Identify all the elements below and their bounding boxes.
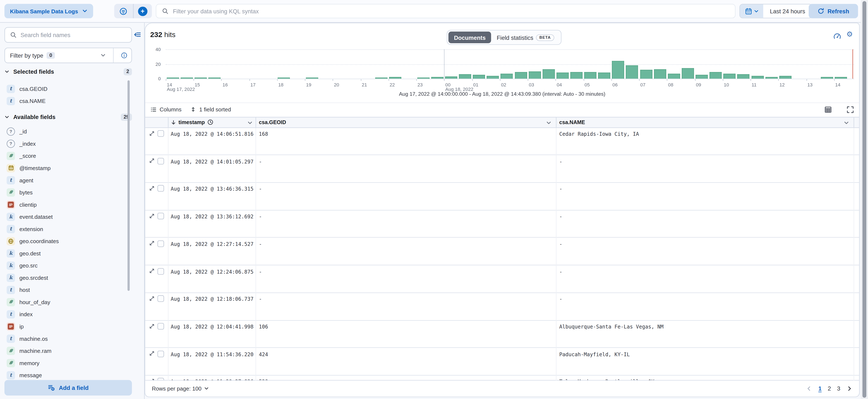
available-fields-list: ?_id?_index#_score@timestamptagent#bytes…: [0, 125, 135, 381]
saved-query-menu-button[interactable]: [114, 4, 133, 18]
collapse-sidebar-button[interactable]: [133, 30, 142, 39]
field-item-geo.srcdest[interactable]: kgeo.srcdest: [0, 271, 135, 284]
field-item-clientip[interactable]: IPclientip: [0, 198, 135, 210]
x-axis-label: 16: [222, 82, 228, 87]
geoid-column-menu-chevron[interactable]: [546, 120, 551, 126]
column-header-name[interactable]: csa.NAME: [559, 118, 585, 127]
field-item-geo.dest[interactable]: kgeo.dest: [0, 247, 135, 260]
info-icon[interactable]: [121, 52, 127, 59]
field-item-ip[interactable]: IPip: [0, 320, 135, 333]
field-item-extension[interactable]: textension: [0, 223, 135, 235]
field-item-geo.coordinates[interactable]: geo.coordinates: [0, 235, 135, 247]
field-item-bytes[interactable]: #bytes: [0, 186, 135, 198]
field-search-input[interactable]: Search field names: [4, 27, 132, 42]
histogram-bar: [626, 65, 638, 78]
expand-document-button[interactable]: [149, 186, 155, 191]
sort-fields-button[interactable]: 1 field sorted: [190, 106, 231, 112]
name-column-menu-chevron[interactable]: [844, 120, 849, 126]
date-picker-menu-button[interactable]: [740, 4, 763, 18]
columns-button[interactable]: Columns: [150, 106, 182, 113]
field-item-_index[interactable]: ?_index: [0, 137, 135, 150]
add-filter-button[interactable]: +: [133, 4, 152, 18]
tab-field-statistics[interactable]: Field statistics BETA: [491, 32, 560, 43]
page-2-button[interactable]: 2: [828, 385, 831, 392]
histogram-bar: [612, 61, 624, 78]
plus-icon: +: [138, 6, 147, 16]
kql-search-bar[interactable]: Filter your data using KQL syntax: [156, 4, 736, 18]
field-name: host: [20, 287, 30, 293]
refresh-icon: [817, 8, 824, 14]
chart-options-gear-icon[interactable]: ⚙: [846, 31, 853, 38]
data-grid-toolbar: Columns 1 field sorted: [145, 102, 859, 116]
tab-documents[interactable]: Documents: [448, 32, 491, 43]
add-field-button[interactable]: Add a field: [4, 380, 132, 395]
available-fields-section-header[interactable]: Available fields 29: [4, 112, 132, 121]
expand-document-button[interactable]: [149, 351, 155, 356]
select-row-checkbox[interactable]: [157, 240, 164, 247]
search-icon: [162, 8, 168, 14]
selected-fields-section-header[interactable]: Selected fields 2: [4, 67, 132, 76]
field-item-csa.GEOID[interactable]: tcsa.GEOID: [0, 82, 135, 95]
expand-document-button[interactable]: [149, 158, 155, 164]
select-row-checkbox[interactable]: [157, 295, 164, 302]
filter-by-type-label: Filter by type: [10, 52, 43, 59]
field-item-index[interactable]: tindex: [0, 308, 135, 320]
display-options-button[interactable]: [824, 105, 832, 113]
text-field-type-icon: t: [6, 286, 15, 294]
field-item-machine.ram[interactable]: #machine.ram: [0, 344, 135, 357]
x-axis-tick: [806, 79, 807, 81]
fullscreen-button[interactable]: [846, 105, 854, 113]
data-grid-header: timestamp csa.GEOID csa.NAME: [145, 117, 859, 128]
field-item-_id[interactable]: ?_id: [0, 125, 135, 137]
histogram-plot[interactable]: [166, 49, 854, 79]
expand-document-button[interactable]: [149, 130, 155, 136]
expand-document-button[interactable]: [149, 213, 155, 219]
page-scrollbar[interactable]: [861, 0, 868, 399]
field-item-machine.os[interactable]: tmachine.os: [0, 332, 135, 344]
column-header-geoid[interactable]: csa.GEOID: [259, 118, 286, 127]
field-item-@timestamp[interactable]: @timestamp: [0, 162, 135, 174]
x-axis-tick: [751, 79, 751, 81]
field-item-_score[interactable]: #_score: [0, 149, 135, 162]
column-header-timestamp[interactable]: timestamp: [171, 118, 213, 127]
select-row-checkbox[interactable]: [157, 158, 164, 164]
rows-per-page-select[interactable]: Rows per page: 100: [152, 385, 209, 391]
field-name: machine.ram: [20, 347, 52, 354]
previous-page-button[interactable]: [806, 385, 812, 391]
inspect-button[interactable]: [833, 32, 841, 40]
field-item-message[interactable]: tmessage: [0, 369, 135, 381]
field-item-memory[interactable]: #memory: [0, 357, 135, 369]
select-row-checkbox[interactable]: [157, 323, 164, 330]
expand-document-button[interactable]: [149, 296, 155, 301]
page-3-button[interactable]: 3: [837, 385, 840, 392]
field-item-agent[interactable]: tagent: [0, 174, 135, 186]
sidebar-scrollbar[interactable]: [128, 80, 130, 291]
field-item-event.dataset[interactable]: kevent.dataset: [0, 210, 135, 223]
data-view-picker[interactable]: Kibana Sample Data Logs: [4, 4, 93, 18]
filter-by-type-select[interactable]: Filter by type 0: [4, 48, 132, 63]
expand-document-button[interactable]: [149, 268, 155, 274]
time-range-display[interactable]: Last 24 hours: [763, 4, 812, 18]
page-scrollbar-thumb[interactable]: [863, 1, 866, 398]
field-item-host[interactable]: thost: [0, 284, 135, 296]
page-1-button[interactable]: 1: [818, 385, 822, 392]
field-item-geo.src[interactable]: kgeo.src: [0, 259, 135, 271]
timestamp-column-menu-chevron[interactable]: [247, 120, 253, 126]
field-item-csa.NAME[interactable]: tcsa.NAME: [0, 95, 135, 107]
cell-csa-name: -: [559, 186, 562, 192]
field-name: clientip: [20, 201, 37, 207]
x-axis-label: 02: [501, 82, 506, 87]
expand-document-button[interactable]: [149, 241, 155, 246]
expand-document-button[interactable]: [149, 323, 155, 329]
select-row-checkbox[interactable]: [157, 130, 164, 137]
next-page-button[interactable]: [846, 385, 852, 391]
select-row-checkbox[interactable]: [157, 213, 164, 220]
select-row-checkbox[interactable]: [157, 185, 164, 192]
text-field-type-icon: t: [6, 85, 15, 93]
column-header-name-label: csa.NAME: [559, 119, 585, 125]
field-item-hour_of_day[interactable]: #hour_of_day: [0, 296, 135, 308]
refresh-button[interactable]: Refresh: [809, 4, 858, 18]
filter-by-type-count-badge: 0: [46, 52, 55, 59]
select-row-checkbox[interactable]: [157, 268, 164, 274]
select-row-checkbox[interactable]: [157, 351, 164, 357]
